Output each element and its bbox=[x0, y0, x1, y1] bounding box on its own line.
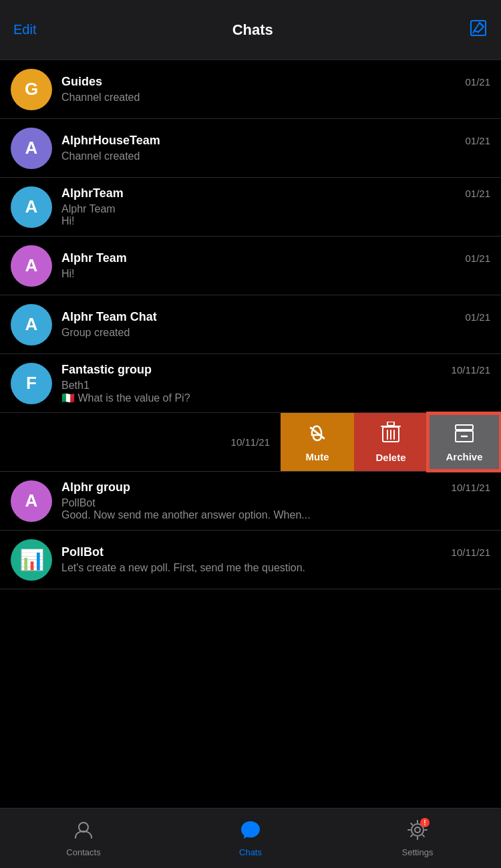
archive-button[interactable]: Archive bbox=[428, 413, 501, 471]
swipe-actions: Mute Delete bbox=[281, 413, 501, 471]
svg-line-2 bbox=[473, 31, 474, 33]
chat-date-alphr-team: 01/21 bbox=[465, 188, 490, 199]
chats-tab-icon bbox=[239, 819, 262, 845]
settings-label: Settings bbox=[402, 847, 434, 857]
chat-content-fantastic-group: Fantastic group 10/11/21 Beth1 🇮🇹 What i… bbox=[61, 363, 490, 404]
chat-preview-fantastic-group-1: Beth1 bbox=[61, 380, 490, 392]
contacts-label: Contacts bbox=[66, 847, 100, 857]
avatar-alphr-team-2: A bbox=[11, 245, 52, 287]
chat-name-alphr-group: Alphr group bbox=[61, 480, 130, 494]
archive-icon bbox=[454, 422, 475, 448]
swipe-date: 10/11/21 bbox=[0, 413, 281, 471]
avatar-guides: G bbox=[11, 69, 52, 110]
chat-list: G Guides 01/21 Channel created A AlphrHo… bbox=[0, 60, 501, 589]
chat-preview-alphr-house-team: Channel created bbox=[61, 150, 490, 162]
compose-button[interactable] bbox=[469, 19, 488, 41]
svg-point-14 bbox=[415, 827, 420, 833]
chat-preview-alphr-team-2: Hi! bbox=[61, 268, 490, 280]
avatar-alphr-house-team: A bbox=[11, 128, 52, 169]
header: Edit Chats bbox=[0, 0, 501, 60]
avatar-pollbot: 📊 bbox=[11, 539, 52, 581]
edit-button[interactable]: Edit bbox=[13, 22, 36, 37]
tab-settings[interactable]: ! Settings bbox=[334, 819, 501, 857]
chat-preview-fantastic-group-2: 🇮🇹 What is the value of Pi? bbox=[61, 392, 490, 404]
chat-content-guides: Guides 01/21 Channel created bbox=[61, 75, 490, 104]
chat-content-alphr-team-2: Alphr Team 01/21 Hi! bbox=[61, 251, 490, 280]
delete-button[interactable]: Delete bbox=[354, 413, 428, 471]
avatar-alphr-team-chat: A bbox=[11, 304, 52, 345]
tab-bar: Contacts Chats ! Settings bbox=[0, 808, 501, 868]
chat-preview-alphr-team-2: Hi! bbox=[61, 215, 490, 227]
chat-name-fantastic-group: Fantastic group bbox=[61, 363, 152, 377]
chat-preview-pollbot: Let's create a new poll. First, send me … bbox=[61, 562, 490, 574]
archive-label: Archive bbox=[446, 451, 482, 462]
chat-item-alphr-team-2[interactable]: A Alphr Team 01/21 Hi! bbox=[0, 237, 501, 295]
svg-rect-5 bbox=[387, 422, 394, 426]
compose-icon bbox=[469, 19, 488, 37]
chat-date-alphr-team-2: 01/21 bbox=[465, 253, 490, 264]
swipe-action-row: 10/11/21 Mute bbox=[0, 413, 501, 472]
chat-item-fantastic-group[interactable]: F Fantastic group 10/11/21 Beth1 🇮🇹 What… bbox=[0, 354, 501, 413]
chat-date-pollbot: 10/11/21 bbox=[452, 547, 490, 558]
chat-date-alphr-team-chat: 01/21 bbox=[465, 311, 490, 323]
avatar-alphr-group: A bbox=[11, 480, 52, 522]
chat-preview-alphr-team-chat: Group created bbox=[61, 327, 490, 339]
settings-icon: ! bbox=[407, 819, 428, 845]
tab-chats[interactable]: Chats bbox=[167, 819, 334, 857]
chat-item-guides[interactable]: G Guides 01/21 Channel created bbox=[0, 60, 501, 119]
chat-preview-alphr-group-1: PollBot bbox=[61, 497, 490, 509]
chat-name-pollbot: PollBot bbox=[61, 545, 104, 559]
svg-point-13 bbox=[79, 823, 88, 832]
chats-label: Chats bbox=[239, 847, 262, 857]
chat-content-alphr-house-team: AlphrHouseTeam 01/21 Channel created bbox=[61, 134, 490, 162]
chat-date-guides: 01/21 bbox=[465, 76, 490, 88]
chat-date-alphr-house-team: 01/21 bbox=[465, 135, 490, 146]
svg-rect-10 bbox=[456, 425, 473, 430]
chat-date-fantastic-group: 10/11/21 bbox=[452, 364, 490, 376]
contacts-icon bbox=[73, 819, 94, 845]
mute-button[interactable]: Mute bbox=[281, 413, 354, 471]
chat-preview-alphr-group-2: Good. Now send me another answer option.… bbox=[61, 509, 490, 521]
chat-name-alphr-team-2: Alphr Team bbox=[61, 251, 127, 265]
delete-label: Delete bbox=[375, 452, 405, 463]
chat-content-alphr-group: Alphr group 10/11/21 PollBot Good. Now s… bbox=[61, 480, 490, 521]
mute-label: Mute bbox=[306, 451, 329, 462]
chat-item-alphr-group[interactable]: A Alphr group 10/11/21 PollBot Good. Now… bbox=[0, 472, 501, 531]
chat-name-alphr-team-chat: Alphr Team Chat bbox=[61, 310, 157, 324]
chat-item-alphr-house-team[interactable]: A AlphrHouseTeam 01/21 Channel created bbox=[0, 119, 501, 178]
tab-contacts[interactable]: Contacts bbox=[0, 819, 167, 857]
mute-icon bbox=[307, 422, 328, 448]
chat-content-pollbot: PollBot 10/11/21 Let's create a new poll… bbox=[61, 545, 490, 574]
chat-content-alphr-team: AlphrTeam 01/21 Alphr Team Hi! bbox=[61, 186, 490, 227]
page-title: Chats bbox=[232, 21, 273, 39]
avatar-alphr-team: A bbox=[11, 186, 52, 228]
chat-name-alphr-house-team: AlphrHouseTeam bbox=[61, 134, 160, 148]
chat-item-alphr-team-chat[interactable]: A Alphr Team Chat 01/21 Group created bbox=[0, 295, 501, 354]
chat-preview-alphr-team-1: Alphr Team bbox=[61, 203, 490, 215]
chat-item-alphr-team[interactable]: A AlphrTeam 01/21 Alphr Team Hi! bbox=[0, 178, 501, 237]
avatar-fantastic-group: F bbox=[11, 363, 52, 404]
chat-date-alphr-group: 10/11/21 bbox=[452, 482, 490, 493]
delete-icon bbox=[381, 422, 401, 449]
chat-name-guides: Guides bbox=[61, 75, 102, 89]
chat-content-alphr-team-chat: Alphr Team Chat 01/21 Group created bbox=[61, 310, 490, 339]
chat-name-alphr-team: AlphrTeam bbox=[61, 186, 124, 200]
chat-item-pollbot[interactable]: 📊 PollBot 10/11/21 Let's create a new po… bbox=[0, 531, 501, 589]
chat-preview-guides: Channel created bbox=[61, 92, 490, 104]
settings-badge: ! bbox=[420, 818, 430, 827]
